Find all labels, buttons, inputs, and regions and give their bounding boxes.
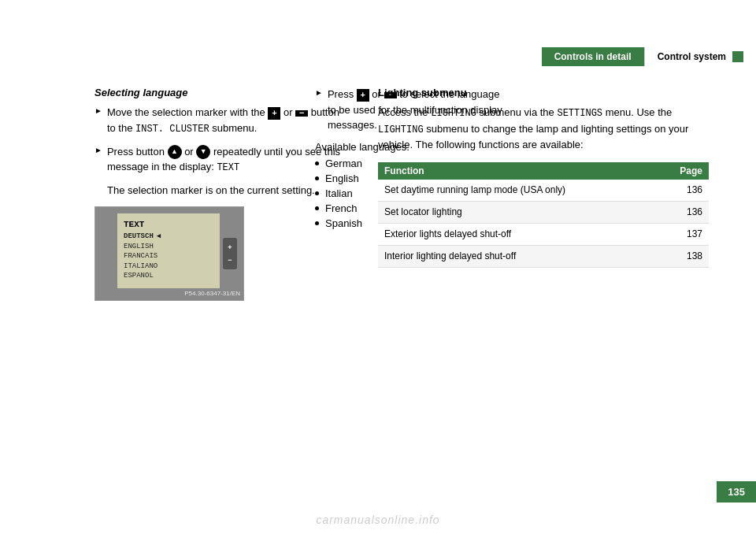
display-image: TEXT DEUTSCH ◀ ENGLISH FRANCAIS ITALIANO…: [94, 206, 244, 301]
lang-italian: Italian: [325, 187, 353, 199]
lang-english: English: [325, 172, 359, 184]
lang-bullet-english: [315, 176, 319, 180]
lang-bullet-spanish: [315, 221, 319, 225]
table-row: Set locator lighting 136: [378, 202, 709, 224]
plus-icon: +: [268, 107, 280, 120]
lighting-desc: Access the LIGHTING submenu via the SET­…: [378, 105, 709, 153]
display-button: + −: [223, 238, 237, 269]
table-row: Interior lighting delayed shut-off 138: [378, 245, 709, 267]
lighting-submenu-heading: Lighting submenu: [378, 87, 709, 98]
btn-plus-symbol: +: [228, 243, 232, 251]
lang-bullet-french: [315, 206, 319, 210]
lang-bullet-italian: [315, 191, 319, 195]
table-cell-function-2: Set locator lighting: [378, 202, 658, 224]
minus-icon: −: [295, 110, 308, 117]
display-caption: P54.30-6347-31/EN: [184, 290, 240, 297]
display-item-italiano: ITALIANO: [124, 261, 158, 272]
display-item-espanol: ESPANOL: [124, 271, 154, 281]
left-content: Selecting language ► Move the selection …: [94, 87, 346, 301]
table-row: Exterior lights delayed shut-off 137: [378, 223, 709, 245]
display-item-deutsch: DEUTSCH ◀: [124, 232, 161, 242]
up-circle-icon: ▲: [168, 145, 182, 159]
table-cell-page-1: 136: [658, 180, 709, 201]
press-bullet-arrow: ►: [315, 88, 323, 97]
lang-bullet-german: [315, 161, 319, 165]
header-bar: Controls in detail Control system: [542, 47, 756, 66]
header-control-system: Control system: [644, 47, 756, 66]
controls-in-detail-label: Controls in detail: [554, 51, 632, 62]
page-number: 135: [717, 481, 756, 502]
selecting-language-heading: Selecting language: [94, 87, 346, 98]
bullet-text-1: Move the selection marker with the + or …: [107, 105, 346, 136]
bullet-item-1: ► Move the selection marker with the + o…: [94, 105, 346, 136]
bullet-arrow-2: ►: [94, 146, 102, 154]
press-plus-icon: +: [357, 89, 369, 102]
table-cell-function-3: Exterior lights delayed shut-off: [378, 223, 658, 245]
bullet-arrow-1: ►: [94, 106, 102, 115]
function-table: Function Page Set daytime running lamp m…: [378, 162, 709, 267]
bullet-item-2: ► Press button ▲ or ▼ repeatedly until y…: [94, 144, 346, 176]
control-system-label: Control system: [658, 51, 726, 62]
table-header-page: Page: [658, 162, 709, 180]
display-title: TEXT: [124, 220, 144, 229]
table-header-function: Function: [378, 162, 658, 180]
table-cell-function-4: Interior lighting delayed shut-off: [378, 245, 658, 267]
display-item-francais: FRANCAIS: [124, 251, 158, 261]
header-controls-in-detail: Controls in detail: [542, 47, 644, 66]
table-row: Set daytime running lamp mode (USA only)…: [378, 180, 709, 201]
table-cell-page-2: 136: [658, 202, 709, 224]
table-cell-page-3: 137: [658, 223, 709, 245]
display-item-english: ENGLISH: [124, 242, 154, 252]
lang-german: German: [325, 158, 362, 169]
display-screen: TEXT DEUTSCH ◀ ENGLISH FRANCAIS ITALIANO…: [117, 213, 220, 288]
table-cell-page-4: 138: [658, 245, 709, 267]
right-content: Lighting submenu Access the LIGHTING sub…: [378, 87, 709, 268]
lang-spanish: Spanish: [325, 217, 362, 229]
subtext: The selection marker is on the current s…: [107, 183, 346, 198]
bullet-text-2: Press button ▲ or ▼ repeatedly until you…: [107, 144, 346, 176]
watermark: carmanualsonline.info: [316, 514, 439, 526]
down-circle-icon: ▼: [196, 145, 210, 159]
table-cell-function-1: Set daytime running lamp mode (USA only): [378, 180, 658, 201]
btn-minus-symbol: −: [228, 256, 232, 264]
lang-french: French: [325, 202, 357, 214]
